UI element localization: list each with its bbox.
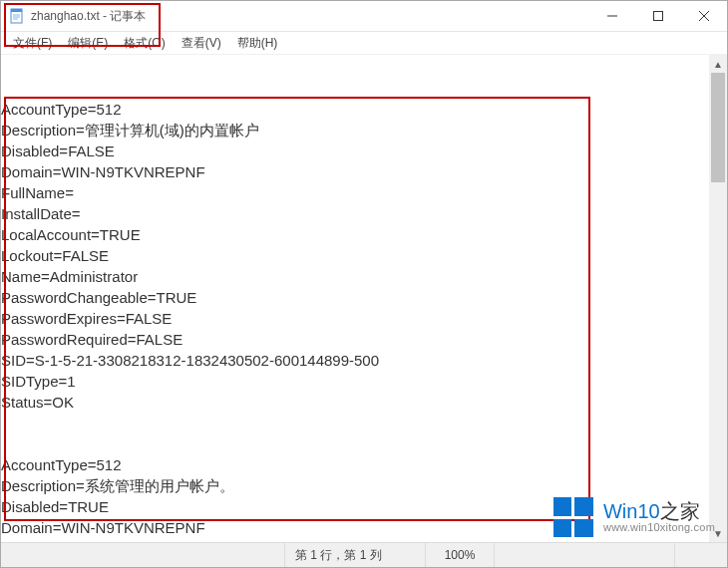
close-button[interactable] [681, 1, 727, 31]
scroll-down-arrow-icon[interactable]: ▼ [709, 524, 727, 542]
window-frame: zhanghao.txt - 记事本 文件(F) 编辑(E) 格式(O) 查看(… [0, 0, 728, 568]
window-title: zhanghao.txt - 记事本 [31, 8, 146, 25]
menu-view[interactable]: 查看(V) [174, 34, 229, 53]
status-position: 第 1 行，第 1 列 [284, 543, 425, 567]
maximize-button[interactable] [635, 1, 681, 31]
svg-rect-1 [11, 9, 22, 12]
notepad-icon [9, 8, 25, 24]
minimize-button[interactable] [589, 1, 635, 31]
text-area: AccountType=512 Description=管理计算机(域)的内置帐… [1, 55, 727, 542]
status-extra [494, 543, 674, 567]
menu-format[interactable]: 格式(O) [116, 34, 173, 53]
window-controls [589, 1, 727, 31]
title-bar: zhanghao.txt - 记事本 [1, 1, 727, 32]
menu-edit[interactable]: 编辑(E) [60, 34, 116, 53]
scrollbar-thumb[interactable] [711, 73, 725, 182]
menu-file[interactable]: 文件(F) [5, 34, 60, 53]
status-bar: 第 1 行，第 1 列 100% [1, 542, 727, 567]
status-zoom: 100% [425, 543, 494, 567]
svg-rect-6 [654, 12, 663, 21]
scroll-up-arrow-icon[interactable]: ▲ [709, 55, 727, 73]
vertical-scrollbar[interactable]: ▲ ▼ [709, 55, 727, 542]
status-encoding [674, 543, 727, 567]
text-content[interactable]: AccountType=512 Description=管理计算机(域)的内置帐… [1, 55, 709, 542]
scrollbar-track[interactable] [709, 73, 727, 524]
menu-help[interactable]: 帮助(H) [229, 34, 286, 53]
menu-bar: 文件(F) 编辑(E) 格式(O) 查看(V) 帮助(H) [1, 32, 727, 55]
